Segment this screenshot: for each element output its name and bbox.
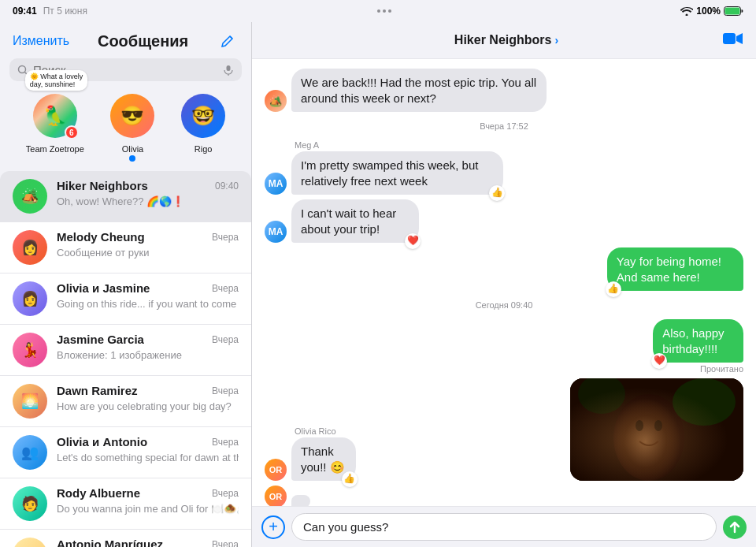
conversation-jasmine[interactable]: 💃 Jasmine Garcia Вчера Вложение: 1 изобр…: [0, 325, 251, 376]
conv-name-dawn: Dawn Ramirez: [57, 384, 138, 397]
conv-time-olivia-antonio: Вчера: [212, 437, 239, 448]
conv-time-rody: Вчера: [212, 488, 239, 499]
conv-avatar-olivia-jasmine: 👩: [13, 281, 47, 316]
battery-icon: [724, 6, 743, 16]
compose-icon: [220, 33, 235, 49]
bubble-wrapper-1: We are back!!! Had the most epic trip. Y…: [291, 69, 684, 112]
message-row-7: [570, 378, 743, 481]
edit-button[interactable]: Изменить: [13, 34, 69, 48]
conv-avatar-olivia-antonio: 👥: [13, 435, 47, 470]
conversation-olivia-antonio[interactable]: 👥 Olivia и Antonio Вчера Let's do someth…: [0, 427, 251, 478]
conv-content-dawn: Dawn Ramirez Вчера How are you celebrati…: [57, 384, 239, 413]
svg-point-12: [654, 420, 662, 431]
message-row-6: OR Olivia Rico Thank you!! 😊 👍: [265, 426, 564, 481]
image-content: [570, 378, 743, 481]
bubble-wrapper-2: Meg A I'm pretty swamped this week, but …: [291, 140, 618, 195]
battery-display: 100%: [696, 6, 721, 17]
send-icon: [728, 521, 741, 534]
bubble-sender-2: Meg A: [291, 140, 618, 150]
message-row-3: MA I can't wait to hear about your trip!…: [265, 199, 743, 243]
svg-rect-1: [724, 8, 739, 15]
chat-title[interactable]: Hiker Neighbors ›: [454, 33, 558, 47]
bubble-wrapper-4: Yay for being home! And same here! 👍: [534, 247, 743, 291]
message-row-5: Also, happy birthday!!!! ❤️ Прочитано: [265, 319, 743, 374]
date-display: Пт 5 июня: [43, 6, 87, 17]
bubble-incoming-3: I can't wait to hear about your trip! ❤️: [291, 199, 419, 243]
conversation-antonio[interactable]: 👨 Antonio Manríquez Вчера: [0, 530, 251, 547]
chat-input-area: +: [252, 506, 756, 547]
send-button[interactable]: [723, 515, 747, 539]
conversation-rody[interactable]: 🧑 Rody Albuerne Вчера Do you wanna join …: [0, 478, 251, 530]
reaction-thumbs-6: 👍: [342, 471, 358, 487]
conv-preview-olivia-antonio: Let's do something special for dawn at t…: [57, 452, 239, 463]
pinned-contact-name-team: Team Zoetrope: [26, 144, 84, 154]
speech-bubble: 🌞 What a lovelyday, sunshine!: [25, 70, 88, 91]
conversation-olivia-jasmine[interactable]: 👩 Olivia и Jasmine Вчера Going on this r…: [0, 274, 251, 325]
reaction-thumbs-4: 👍: [606, 281, 621, 297]
pinned-contact-olivia[interactable]: 😎 Olivia: [110, 94, 154, 162]
add-icon: +: [269, 518, 278, 536]
message-avatar-olivia-2: OR: [265, 486, 287, 506]
pinned-contact-team-zoetrope[interactable]: 🦜 6 🌞 What a lovelyday, sunshine! Team Z…: [26, 94, 84, 162]
bubble-wrapper-5: Also, happy birthday!!!! ❤️ Прочитано: [604, 319, 743, 374]
conv-avatar-melody: 👩: [13, 230, 47, 265]
chat-title-text: Hiker Neighbors: [454, 33, 552, 47]
chevron-right-icon: ›: [554, 34, 558, 47]
message-row-group: OR Olivia Rico Thank you!! 😊 👍: [265, 378, 743, 481]
chat-panel: Hiker Neighbors › 🏕️ We are back!!! Had …: [252, 22, 756, 547]
conversation-dawn[interactable]: 🌅 Dawn Ramirez Вчера How are you celebra…: [0, 376, 251, 427]
message-input[interactable]: [291, 513, 717, 541]
wifi-icon: [680, 6, 693, 16]
conv-preview-jasmine: Вложение: 1 изображение: [57, 349, 182, 361]
pinned-contact-name-rigo: Rigo: [195, 144, 213, 154]
conv-name-melody: Melody Cheung: [57, 230, 145, 244]
time-display: 09:41: [13, 6, 37, 17]
reaction-thumbs-2: 👍: [489, 185, 505, 201]
conv-avatar-antonio: 👨: [13, 538, 47, 547]
sidebar-header: Изменить Сообщения: [0, 22, 251, 58]
bubble-outgoing-4: Yay for being home! And same here! 👍: [607, 247, 743, 291]
video-icon: [723, 32, 743, 46]
conv-time-jasmine: Вчера: [212, 334, 239, 345]
add-button[interactable]: +: [261, 515, 285, 539]
message-row: 🏕️ We are back!!! Had the most epic trip…: [265, 69, 743, 112]
status-bar-center: [377, 9, 391, 13]
compose-button[interactable]: [217, 30, 239, 52]
svg-rect-7: [570, 378, 743, 481]
conv-avatar-rody: 🧑: [13, 486, 47, 521]
conv-content-jasmine: Jasmine Garcia Вчера Вложение: 1 изображ…: [57, 333, 239, 362]
conv-preview-rody: Do you wanna join me and Oli for 🍽️🧆☕ br…: [57, 503, 239, 515]
conv-time-dawn: Вчера: [212, 385, 239, 396]
message-row-8: OR: [265, 486, 743, 506]
sidebar-title: Сообщения: [98, 32, 188, 50]
bubble-incoming-6: Thank you!! 😊 👍: [291, 437, 356, 481]
avatar-rigo: 🤓: [181, 94, 225, 138]
pinned-contact-name-olivia: Olivia: [122, 144, 144, 154]
conv-avatar-hiker: 🏕️: [13, 179, 47, 214]
svg-point-10: [578, 378, 625, 414]
status-bar-right: 100%: [680, 6, 743, 17]
message-row-4: Yay for being home! And same here! 👍: [265, 247, 743, 291]
conversation-hiker-neighbors[interactable]: 🏕️ Hiker Neighbors 09:40 Oh, wow! Where?…: [0, 171, 251, 222]
bubble-sender-6: Olivia Rico: [291, 426, 391, 436]
conv-avatar-dawn: 🌅: [13, 384, 47, 419]
conversation-melody[interactable]: 👩 Melody Cheung Вчера Сообщение от руки: [0, 222, 251, 274]
svg-point-9: [673, 378, 736, 426]
svg-point-11: [636, 420, 643, 431]
conversation-list: 🏕️ Hiker Neighbors 09:40 Oh, wow! Where?…: [0, 171, 251, 547]
chat-header-center: Hiker Neighbors ›: [454, 33, 558, 47]
bubble-incoming-1: We are back!!! Had the most epic trip. Y…: [291, 69, 547, 112]
reaction-heart-3: ❤️: [405, 233, 421, 249]
sidebar: Изменить Сообщения: [0, 22, 252, 547]
svg-rect-6: [723, 33, 736, 44]
reaction-heart-5: ❤️: [651, 353, 667, 369]
unread-badge-team: 6: [65, 125, 79, 140]
message-avatar-ma: MA: [265, 173, 287, 195]
chat-messages: 🏕️ We are back!!! Had the most epic trip…: [252, 59, 756, 506]
svg-rect-4: [227, 65, 231, 71]
status-bar: 09:41 Пт 5 июня 100%: [0, 0, 756, 22]
chat-header: Hiker Neighbors ›: [252, 22, 756, 59]
video-call-button[interactable]: [723, 30, 743, 50]
pinned-contact-rigo[interactable]: 🤓 Rigo: [181, 94, 225, 162]
conv-name-olivia-antonio: Olivia и Antonio: [57, 435, 147, 448]
